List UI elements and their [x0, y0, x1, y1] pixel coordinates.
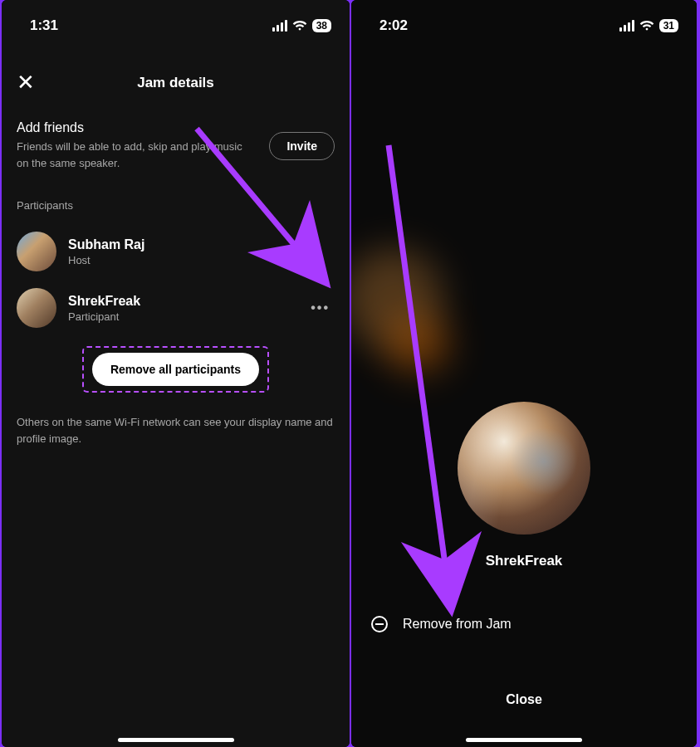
close-button[interactable]: Close — [351, 692, 697, 707]
participant-role: Host — [68, 254, 144, 266]
remove-from-jam-button[interactable]: Remove from Jam — [351, 616, 697, 632]
background-glow — [384, 315, 451, 374]
annotation-highlight: Remove all participants — [82, 346, 269, 393]
participant-role: Participant — [68, 310, 140, 323]
participant-name: ShrekFreak — [68, 294, 140, 309]
participants-label: Participants — [2, 186, 350, 217]
participant-name: Subham Raj — [68, 237, 144, 252]
screen-jam-details: 1:31 38 ✕ Jam details Add friends Friend… — [2, 0, 350, 747]
add-friends-title: Add friends — [17, 120, 269, 135]
remove-label: Remove from Jam — [403, 617, 512, 632]
add-friends-section: Add friends Friends will be able to add,… — [2, 114, 350, 186]
nav-bar: ✕ Jam details — [2, 45, 350, 114]
profile-card: ShrekFreak — [351, 402, 697, 569]
avatar — [17, 288, 56, 328]
invite-button[interactable]: Invite — [269, 132, 335, 160]
screen-participant-actions: 2:02 31 ShrekFreak Remove from Jam Close — [351, 0, 697, 747]
cellular-icon — [272, 20, 287, 32]
close-icon[interactable]: ✕ — [17, 70, 35, 95]
battery-icon: 31 — [659, 19, 678, 32]
participants-list: Subham Raj Host ShrekFreak Participant •… — [2, 217, 350, 336]
add-friends-subtitle: Friends will be able to add, skip and pl… — [17, 139, 249, 171]
status-bar: 1:31 38 — [2, 0, 350, 45]
status-indicators: 38 — [272, 19, 331, 32]
clock: 1:31 — [30, 17, 58, 34]
avatar — [17, 232, 56, 271]
cellular-icon — [619, 20, 634, 32]
wifi-visibility-hint: Others on the same Wi-Fi network can see… — [2, 398, 350, 463]
participant-row[interactable]: ShrekFreak Participant ••• — [17, 280, 341, 336]
participant-row[interactable]: Subham Raj Host — [17, 223, 341, 280]
wifi-icon — [639, 20, 654, 32]
more-icon[interactable]: ••• — [311, 300, 330, 315]
page-title: Jam details — [137, 75, 214, 91]
clock: 2:02 — [379, 17, 408, 34]
home-indicator[interactable] — [466, 738, 582, 742]
home-indicator[interactable] — [118, 738, 234, 742]
remove-all-button[interactable]: Remove all participants — [92, 353, 259, 386]
wifi-icon — [292, 20, 307, 32]
status-indicators: 31 — [619, 19, 678, 32]
status-bar: 2:02 31 — [351, 0, 697, 45]
remove-icon — [371, 616, 388, 632]
battery-icon: 38 — [312, 19, 331, 32]
avatar — [458, 402, 590, 535]
profile-name: ShrekFreak — [486, 553, 563, 569]
